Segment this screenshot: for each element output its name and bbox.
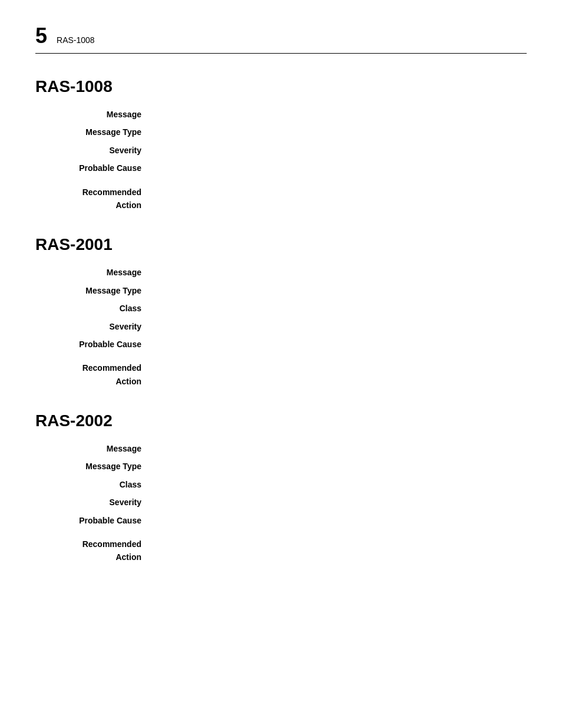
field-label: Severity	[35, 144, 153, 157]
field-label: Severity	[35, 496, 153, 509]
field-label: Message Type	[35, 284, 153, 297]
field-label: Message Type	[35, 460, 153, 473]
field-value	[153, 144, 527, 157]
field-label: Message	[35, 442, 153, 455]
field-label: RecommendedAction	[35, 186, 153, 212]
field-label: Probable Cause	[35, 338, 153, 351]
section-title-ras-1008: RAS-1008	[35, 77, 527, 96]
field-row: RecommendedAction	[35, 186, 527, 212]
field-row: Probable Cause	[35, 162, 527, 174]
field-row: Severity	[35, 496, 527, 509]
field-row: Severity	[35, 320, 527, 333]
field-row: Message Type	[35, 284, 527, 297]
field-label: RecommendedAction	[35, 361, 153, 388]
field-value	[153, 538, 527, 564]
field-value	[153, 442, 527, 455]
field-row: Class	[35, 302, 527, 315]
section-ras-2001: RAS-2001MessageMessage TypeClassSeverity…	[35, 235, 527, 388]
field-value	[153, 126, 527, 139]
field-label: Probable Cause	[35, 514, 153, 527]
field-label: RecommendedAction	[35, 538, 153, 564]
field-row: Message	[35, 266, 527, 279]
field-row: Message Type	[35, 126, 527, 139]
section-ras-1008: RAS-1008MessageMessage TypeSeverityProba…	[35, 77, 527, 212]
field-value	[153, 108, 527, 121]
section-title-ras-2001: RAS-2001	[35, 235, 527, 254]
field-value	[153, 361, 527, 388]
field-value	[153, 302, 527, 315]
field-label: Severity	[35, 320, 153, 333]
field-value	[153, 496, 527, 509]
page-header: 5 RAS-1008	[35, 24, 527, 54]
field-label: Class	[35, 478, 153, 491]
page-title-small: RAS-1008	[57, 35, 95, 45]
field-row: Probable Cause	[35, 514, 527, 527]
field-row: Message	[35, 442, 527, 455]
field-value	[153, 284, 527, 297]
field-row: Message Type	[35, 460, 527, 473]
field-value	[153, 514, 527, 527]
field-value	[153, 478, 527, 491]
field-label: Message	[35, 266, 153, 279]
section-title-ras-2002: RAS-2002	[35, 411, 527, 430]
field-value	[153, 460, 527, 473]
field-value	[153, 266, 527, 279]
field-value	[153, 186, 527, 212]
field-value	[153, 338, 527, 351]
field-label: Probable Cause	[35, 162, 153, 174]
field-label: Message	[35, 108, 153, 121]
page-number: 5	[35, 24, 47, 48]
field-label: Class	[35, 302, 153, 315]
section-ras-2002: RAS-2002MessageMessage TypeClassSeverity…	[35, 411, 527, 564]
field-row: Severity	[35, 144, 527, 157]
field-value	[153, 320, 527, 333]
field-row: Probable Cause	[35, 338, 527, 351]
field-row: Class	[35, 478, 527, 491]
field-row: RecommendedAction	[35, 538, 527, 564]
field-value	[153, 162, 527, 174]
field-row: RecommendedAction	[35, 361, 527, 388]
field-label: Message Type	[35, 126, 153, 139]
field-row: Message	[35, 108, 527, 121]
